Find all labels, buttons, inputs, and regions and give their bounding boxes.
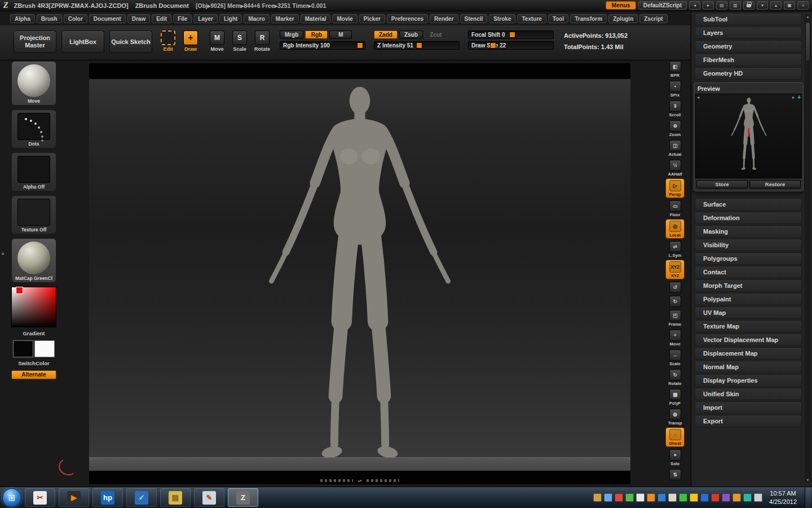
taskbar-app-button[interactable]: ▤ bbox=[160, 488, 191, 507]
restore-button[interactable]: Restore bbox=[749, 180, 801, 189]
right-shelf-button[interactable]: ⇕ Scroll bbox=[665, 99, 685, 118]
draw-size-slider[interactable]: Draw Size 22 bbox=[468, 41, 554, 50]
palette-section-row[interactable]: Import bbox=[695, 401, 802, 414]
menu-item[interactable]: Zscript bbox=[639, 14, 667, 23]
menus-toggle-button[interactable]: Menus bbox=[606, 1, 636, 10]
palette-section-row[interactable]: Surface bbox=[695, 198, 802, 211]
palette-section-row[interactable]: Masking bbox=[695, 225, 802, 238]
palette-section-row[interactable]: Geometry HD bbox=[695, 67, 802, 80]
menu-item[interactable]: Material bbox=[301, 14, 331, 23]
secondary-color-swatch[interactable] bbox=[34, 340, 55, 357]
scrollbar-thumb[interactable] bbox=[805, 22, 810, 62]
right-shelf-button[interactable]: + Move bbox=[665, 329, 685, 347]
edit-button[interactable]: Edit bbox=[158, 30, 178, 52]
palette-section-row[interactable]: Geometry bbox=[695, 40, 802, 52]
palette-section-row[interactable]: Morph Target bbox=[695, 279, 802, 292]
palette-section-row[interactable]: Texture Map bbox=[695, 320, 802, 332]
right-shelf-button[interactable]: ▷ Persp bbox=[665, 178, 685, 198]
menu-item[interactable]: Light bbox=[219, 14, 242, 23]
alpha-picker-button[interactable]: Alpha Off bbox=[11, 152, 56, 191]
menu-item[interactable]: Brush bbox=[37, 14, 62, 23]
paint-mode-button[interactable]: Mrgb bbox=[280, 30, 303, 39]
sculpt-mode-button[interactable]: Zsub bbox=[399, 30, 423, 39]
menu-item[interactable]: Layer bbox=[193, 14, 218, 23]
right-shelf-button[interactable]: ↻ Rotate bbox=[665, 368, 685, 387]
scroll-up-icon[interactable]: ▲ bbox=[805, 15, 811, 19]
scroll-down-icon[interactable]: ▼ bbox=[805, 478, 811, 482]
tray-icon[interactable] bbox=[636, 493, 645, 502]
scrollbar-arrows-icon[interactable]: ▴▾ bbox=[358, 479, 361, 483]
transform-tool-button[interactable]: S Scale bbox=[230, 30, 249, 52]
canvas[interactable]: ▴▾ bbox=[89, 63, 630, 484]
menu-item[interactable]: Preferences bbox=[387, 14, 428, 23]
right-shelf-button[interactable]: ◍ Transp bbox=[665, 408, 685, 426]
start-button[interactable]: ⊞ bbox=[2, 488, 21, 507]
tray-icon[interactable] bbox=[625, 493, 634, 502]
right-shelf-button[interactable]: ⇅ bbox=[665, 468, 685, 481]
taskbar-app-button[interactable]: hp bbox=[92, 488, 123, 507]
tray-icon[interactable] bbox=[700, 493, 709, 502]
menu-item[interactable]: Stroke bbox=[489, 14, 515, 23]
menu-item[interactable]: Render bbox=[430, 14, 458, 23]
show-desktop-button[interactable] bbox=[805, 487, 811, 508]
store-button[interactable]: Store bbox=[696, 180, 748, 189]
main-color-swatch[interactable] bbox=[13, 340, 33, 357]
focal-shift-slider[interactable]: Focal Shift 0 bbox=[468, 30, 554, 39]
right-shelf-button[interactable]: ▦ PolyF bbox=[665, 388, 685, 406]
slider-handle[interactable] bbox=[509, 32, 515, 38]
tray-icon[interactable] bbox=[690, 493, 698, 502]
preview-corner-left-icon[interactable]: ◂ bbox=[697, 95, 699, 100]
tray-icon[interactable] bbox=[604, 493, 612, 502]
tray-icon[interactable] bbox=[732, 493, 741, 502]
window-control-button[interactable]: ▣ bbox=[784, 1, 795, 10]
palette-section-row[interactable]: Display Properties bbox=[695, 374, 802, 387]
preview-add-icon[interactable]: + bbox=[797, 94, 801, 100]
tray-icon[interactable] bbox=[754, 493, 762, 502]
menu-item[interactable]: Alpha bbox=[10, 14, 35, 23]
z-intensity-slider[interactable]: Z Intensity 51 bbox=[374, 41, 460, 50]
slider-handle[interactable] bbox=[357, 42, 363, 49]
right-shelf-button[interactable]: ◧ BPR bbox=[665, 60, 685, 78]
palette-scrollbar[interactable]: ▲ ▼ bbox=[805, 14, 811, 483]
tray-icon[interactable] bbox=[657, 493, 666, 502]
material-picker-button[interactable]: MatCap GreenCl bbox=[11, 238, 56, 283]
taskbar-app-button[interactable]: ▶ bbox=[59, 488, 89, 507]
menu-item[interactable]: Edit bbox=[152, 14, 171, 23]
menu-item[interactable]: Transform bbox=[570, 14, 607, 23]
transform-tool-button[interactable]: M Move bbox=[208, 30, 227, 52]
right-shelf-button[interactable]: ↔ Scale bbox=[665, 348, 685, 367]
right-shelf-button[interactable]: ↺ bbox=[665, 281, 685, 294]
menu-item[interactable]: Draw bbox=[127, 14, 150, 23]
right-shelf-button[interactable]: ▪ SPix bbox=[665, 80, 685, 98]
menu-item[interactable]: Macro bbox=[244, 14, 269, 23]
taskbar-app-button[interactable]: ✎ bbox=[194, 488, 224, 507]
palette-section-row[interactable]: Layers bbox=[695, 27, 802, 39]
stroke-picker-button[interactable]: Dots bbox=[11, 110, 56, 148]
menu-item[interactable]: Document bbox=[89, 14, 126, 23]
tray-icon[interactable] bbox=[593, 493, 602, 502]
palette-section-row[interactable]: Vector Displacement Map bbox=[695, 334, 802, 346]
titlebar-tool-button[interactable]: ▤ bbox=[716, 1, 727, 10]
window-control-button[interactable]: ▴ bbox=[770, 1, 782, 10]
palette-section-row[interactable]: UV Map bbox=[695, 306, 802, 319]
lock-button[interactable] bbox=[743, 1, 754, 10]
palette-section-row[interactable]: FiberMesh bbox=[695, 54, 802, 66]
right-shelf-button[interactable]: ↻ bbox=[665, 295, 685, 308]
menu-item[interactable]: File bbox=[173, 14, 192, 23]
alternate-button[interactable]: Alternate bbox=[11, 370, 56, 379]
palette-section-row[interactable]: Deformation bbox=[695, 212, 802, 224]
default-zscript-button[interactable]: DefaultZScript bbox=[638, 1, 687, 10]
projection-master-button[interactable]: Projection Master bbox=[14, 30, 56, 53]
canvas-scrollbar[interactable]: ▴▾ bbox=[89, 478, 630, 484]
taskbar-app-button[interactable]: ✂ bbox=[25, 488, 55, 507]
menu-item[interactable]: Color bbox=[64, 14, 87, 23]
menu-item[interactable]: Movie bbox=[332, 14, 357, 23]
document-viewport[interactable] bbox=[89, 79, 630, 471]
right-shelf-button[interactable]: XYZ XYZ bbox=[665, 260, 685, 279]
palette-section-row[interactable]: Visibility bbox=[695, 239, 802, 251]
transform-tool-button[interactable]: R Rotate bbox=[253, 30, 272, 52]
right-shelf-button[interactable]: ⇌ L.Sym bbox=[665, 240, 685, 259]
tray-icon[interactable] bbox=[615, 493, 623, 502]
menu-item[interactable]: Tool bbox=[548, 14, 568, 23]
preview-corner-right-icon[interactable]: ▸ bbox=[792, 95, 795, 100]
